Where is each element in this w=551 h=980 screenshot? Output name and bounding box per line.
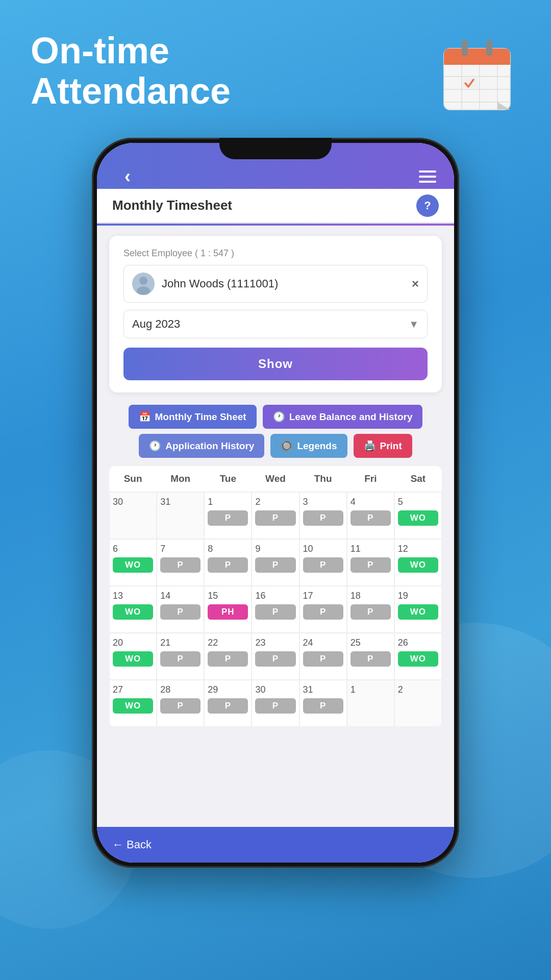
menu-line-3 <box>419 181 436 183</box>
employee-label: Select Employee ( 1 : 547 ) <box>123 248 428 259</box>
calendar-cell[interactable]: 2 <box>394 680 442 727</box>
calendar-cell[interactable]: 21P <box>157 633 204 680</box>
calendar-cell[interactable]: 16P <box>252 586 299 633</box>
calendar-cell[interactable]: 30P <box>252 680 299 727</box>
calendar-cell[interactable]: 30 <box>109 492 157 539</box>
calendar-cell[interactable]: 5WO <box>394 492 442 539</box>
employee-avatar <box>132 273 155 295</box>
calendar-cell[interactable]: 14P <box>157 586 204 633</box>
calendar-date: 12 <box>398 544 408 554</box>
calendar-cell[interactable]: 26WO <box>394 633 442 680</box>
calendar-date: 1 <box>350 684 356 695</box>
calendar-cell[interactable]: 7P <box>157 539 204 586</box>
calendar-tab-icon: 📅 <box>139 411 151 423</box>
calendar-badge: P <box>160 557 201 573</box>
tab-app-history-label: Application History <box>165 440 254 452</box>
calendar-day-name: Sun <box>109 466 157 492</box>
filter-card: Select Employee ( 1 : 547 ) <box>109 236 442 393</box>
calendar-badge: P <box>160 604 201 620</box>
calendar-cell[interactable]: 23P <box>252 633 299 680</box>
calendar-header: SunMonTueWedThuFriSat <box>109 466 442 492</box>
calendar-date: 4 <box>350 497 356 507</box>
calendar-cell[interactable]: 12WO <box>394 539 442 586</box>
nav-back-button[interactable]: ‹ <box>115 166 140 187</box>
calendar-badge: P <box>255 510 295 526</box>
calendar-badge: P <box>208 510 248 526</box>
help-button[interactable]: ? <box>416 194 439 217</box>
calendar-date: 22 <box>208 638 218 648</box>
calendar-date: 31 <box>303 684 313 695</box>
calendar-date: 21 <box>160 638 170 648</box>
calendar-cell[interactable]: 31 <box>157 492 204 539</box>
calendar-badge: P <box>303 604 343 620</box>
svg-rect-4 <box>444 56 510 65</box>
tab-monthly-timesheet[interactable]: 📅 Monthly Time Sheet <box>129 405 257 429</box>
calendar-cell[interactable]: 11P <box>347 539 394 586</box>
calendar-cell[interactable]: 25P <box>347 633 394 680</box>
calendar-date: 30 <box>113 497 123 507</box>
calendar-date: 23 <box>255 638 265 648</box>
calendar-cell[interactable]: 1 <box>347 680 394 727</box>
month-value: Aug 2023 <box>132 317 180 331</box>
calendar-cell[interactable]: 28P <box>157 680 204 727</box>
calendar-badge: P <box>160 698 201 714</box>
calendar-cell[interactable]: 29P <box>204 680 252 727</box>
calendar-cell[interactable]: 1P <box>204 492 252 539</box>
calendar-cell[interactable]: 27WO <box>109 680 157 727</box>
calendar-badge: WO <box>113 651 153 667</box>
calendar-date: 20 <box>113 638 123 648</box>
calendar-date: 13 <box>113 591 123 601</box>
calendar-cell[interactable]: 18P <box>347 586 394 633</box>
clear-employee-button[interactable]: × <box>412 277 419 291</box>
calendar-cell[interactable]: 20WO <box>109 633 157 680</box>
tab-legends-label: Legends <box>297 440 337 452</box>
calendar-cell[interactable]: 6WO <box>109 539 157 586</box>
calendar-day-name: Sat <box>394 466 442 492</box>
calendar-cell[interactable]: 4P <box>347 492 394 539</box>
calendar-badge: P <box>255 557 295 573</box>
calendar-cell[interactable]: 24P <box>299 633 347 680</box>
calendar-cell[interactable]: 2P <box>252 492 299 539</box>
calendar-cell[interactable]: 10P <box>299 539 347 586</box>
calendar-badge: P <box>208 557 248 573</box>
calendar-date: 18 <box>350 591 361 601</box>
back-link[interactable]: ← Back <box>112 838 152 851</box>
calendar-badge: P <box>255 651 295 667</box>
employee-select[interactable]: John Woods (1111001) × <box>123 265 428 303</box>
calendar-cell[interactable]: 13WO <box>109 586 157 633</box>
tab-print[interactable]: 🖨️ Print <box>354 434 412 458</box>
calendar-day-name: Wed <box>252 466 299 492</box>
calendar-badge: WO <box>398 557 438 573</box>
calendar-date: 27 <box>113 684 123 695</box>
show-button[interactable]: Show <box>123 348 428 380</box>
calendar-badge: P <box>303 510 343 526</box>
calendar: SunMonTueWedThuFriSat 30311P2P3P4P5WO6WO… <box>109 466 442 727</box>
calendar-badge: P <box>160 651 201 667</box>
svg-point-15 <box>139 277 147 285</box>
calendar-badge: WO <box>398 510 438 526</box>
calendar-badge: P <box>350 510 391 526</box>
month-select[interactable]: Aug 2023 ▼ <box>123 310 428 338</box>
calendar-cell[interactable]: 31P <box>299 680 347 727</box>
tab-leave-balance[interactable]: 🕐 Leave Balance and History <box>263 405 423 429</box>
calendar-cell[interactable]: 19WO <box>394 586 442 633</box>
calendar-date: 29 <box>208 684 218 695</box>
calendar-badge: PH <box>208 604 248 620</box>
calendar-badge: P <box>303 698 343 714</box>
calendar-cell[interactable]: 3P <box>299 492 347 539</box>
dropdown-arrow-icon: ▼ <box>409 318 419 330</box>
page-title: Monthly Timesheet <box>112 198 232 213</box>
calendar-date: 3 <box>303 497 308 507</box>
phone-body: ‹ Monthly Timesheet ? Select Employee ( … <box>92 138 459 868</box>
calendar-badge: P <box>208 651 248 667</box>
tab-legends[interactable]: 🔘 Legends <box>270 434 347 458</box>
calendar-cell[interactable]: 9P <box>252 539 299 586</box>
main-content: Select Employee ( 1 : 547 ) <box>97 226 454 827</box>
calendar-cell[interactable]: 17P <box>299 586 347 633</box>
calendar-cell[interactable]: 22P <box>204 633 252 680</box>
calendar-cell[interactable]: 15PH <box>204 586 252 633</box>
calendar-cell[interactable]: 8P <box>204 539 252 586</box>
nav-menu-button[interactable] <box>419 170 436 183</box>
svg-rect-6 <box>486 40 492 56</box>
tab-application-history[interactable]: 🕐 Application History <box>139 434 264 458</box>
